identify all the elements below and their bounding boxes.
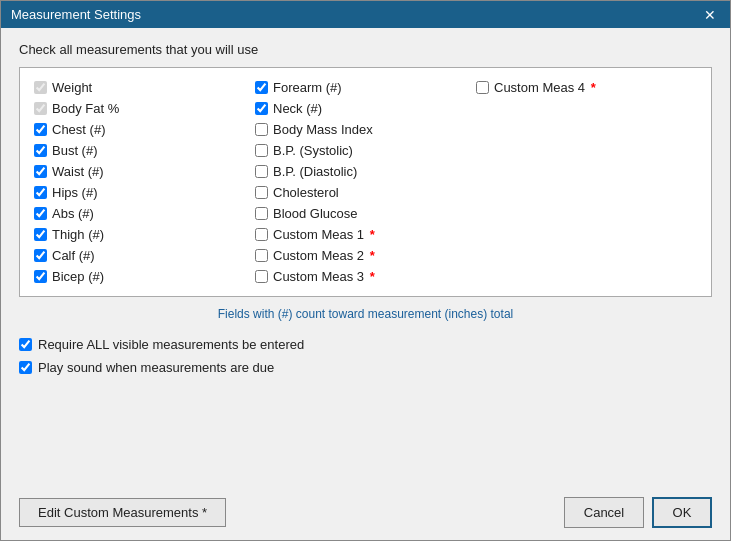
bodyfat-checkbox[interactable]: [34, 102, 47, 115]
list-item: Custom Meas 3 *: [255, 267, 466, 286]
calf-checkbox[interactable]: [34, 249, 47, 262]
footer-buttons: Edit Custom Measurements * Cancel OK: [19, 489, 712, 528]
custom4-star: *: [591, 80, 596, 95]
bodyfat-label: Body Fat %: [52, 101, 119, 116]
abs-checkbox[interactable]: [34, 207, 47, 220]
forearm-label: Forearm (#): [273, 80, 342, 95]
hips-checkbox[interactable]: [34, 186, 47, 199]
list-item: Thigh (#): [34, 225, 245, 244]
right-button-group: Cancel OK: [564, 497, 712, 528]
list-item: Neck (#): [255, 99, 466, 118]
cholesterol-checkbox[interactable]: [255, 186, 268, 199]
measurement-settings-window: Measurement Settings ✕ Check all measure…: [0, 0, 731, 541]
list-item: Blood Glucose: [255, 204, 466, 223]
list-item: Body Mass Index: [255, 120, 466, 139]
weight-checkbox[interactable]: [34, 81, 47, 94]
list-item: B.P. (Diastolic): [255, 162, 466, 181]
forearm-checkbox[interactable]: [255, 81, 268, 94]
custom3-checkbox[interactable]: [255, 270, 268, 283]
list-item: Waist (#): [34, 162, 245, 181]
list-item: Custom Meas 1 *: [255, 225, 466, 244]
bicep-label: Bicep (#): [52, 269, 104, 284]
list-item: Weight: [34, 78, 245, 97]
bust-checkbox[interactable]: [34, 144, 47, 157]
list-item: Bicep (#): [34, 267, 245, 286]
cancel-button[interactable]: Cancel: [564, 497, 644, 528]
list-item: Abs (#): [34, 204, 245, 223]
close-button[interactable]: ✕: [700, 8, 720, 22]
waist-label: Waist (#): [52, 164, 104, 179]
list-item: Cholesterol: [255, 183, 466, 202]
ok-button[interactable]: OK: [652, 497, 712, 528]
bicep-checkbox[interactable]: [34, 270, 47, 283]
list-item: Custom Meas 2 *: [255, 246, 466, 265]
custom2-checkbox[interactable]: [255, 249, 268, 262]
edit-custom-button[interactable]: Edit Custom Measurements *: [19, 498, 226, 527]
custom2-label: Custom Meas 2 *: [273, 248, 375, 263]
custom1-label: Custom Meas 1 *: [273, 227, 375, 242]
list-item: Forearm (#): [255, 78, 466, 97]
note-text: Fields with (#) count toward measurement…: [19, 307, 712, 321]
column-2: Forearm (#) Neck (#) Body Mass Index B.P…: [255, 78, 476, 286]
list-item: Calf (#): [34, 246, 245, 265]
title-bar: Measurement Settings ✕: [1, 1, 730, 28]
bmi-checkbox[interactable]: [255, 123, 268, 136]
list-item: Chest (#): [34, 120, 245, 139]
custom3-label: Custom Meas 3 *: [273, 269, 375, 284]
window-body: Check all measurements that you will use…: [1, 28, 730, 540]
list-item: Hips (#): [34, 183, 245, 202]
list-item: B.P. (Systolic): [255, 141, 466, 160]
play-sound-label: Play sound when measurements are due: [38, 360, 274, 375]
measurements-panel: Weight Body Fat % Chest (#) Bust (#): [19, 67, 712, 297]
custom1-checkbox[interactable]: [255, 228, 268, 241]
option-play-sound: Play sound when measurements are due: [19, 360, 712, 375]
custom3-star: *: [370, 269, 375, 284]
bp-systolic-checkbox[interactable]: [255, 144, 268, 157]
chest-checkbox[interactable]: [34, 123, 47, 136]
bp-diastolic-label: B.P. (Diastolic): [273, 164, 357, 179]
options-section: Require ALL visible measurements be ente…: [19, 337, 712, 383]
require-all-label: Require ALL visible measurements be ente…: [38, 337, 304, 352]
measurements-grid: Weight Body Fat % Chest (#) Bust (#): [34, 78, 697, 286]
list-item: Bust (#): [34, 141, 245, 160]
list-item: Custom Meas 4 *: [476, 78, 697, 97]
instruction-text: Check all measurements that you will use: [19, 42, 712, 57]
bp-systolic-label: B.P. (Systolic): [273, 143, 353, 158]
blood-glucose-checkbox[interactable]: [255, 207, 268, 220]
bust-label: Bust (#): [52, 143, 98, 158]
thigh-checkbox[interactable]: [34, 228, 47, 241]
chest-label: Chest (#): [52, 122, 105, 137]
window-title: Measurement Settings: [11, 7, 141, 22]
option-require-all: Require ALL visible measurements be ente…: [19, 337, 712, 352]
abs-label: Abs (#): [52, 206, 94, 221]
custom1-star: *: [370, 227, 375, 242]
custom2-star: *: [370, 248, 375, 263]
weight-label: Weight: [52, 80, 92, 95]
cholesterol-label: Cholesterol: [273, 185, 339, 200]
waist-checkbox[interactable]: [34, 165, 47, 178]
thigh-label: Thigh (#): [52, 227, 104, 242]
blood-glucose-label: Blood Glucose: [273, 206, 358, 221]
calf-label: Calf (#): [52, 248, 95, 263]
hips-label: Hips (#): [52, 185, 98, 200]
neck-label: Neck (#): [273, 101, 322, 116]
custom4-checkbox[interactable]: [476, 81, 489, 94]
custom4-label: Custom Meas 4 *: [494, 80, 596, 95]
list-item: Body Fat %: [34, 99, 245, 118]
column-3: Custom Meas 4 *: [476, 78, 697, 286]
bp-diastolic-checkbox[interactable]: [255, 165, 268, 178]
column-1: Weight Body Fat % Chest (#) Bust (#): [34, 78, 255, 286]
bmi-label: Body Mass Index: [273, 122, 373, 137]
require-all-checkbox[interactable]: [19, 338, 32, 351]
neck-checkbox[interactable]: [255, 102, 268, 115]
play-sound-checkbox[interactable]: [19, 361, 32, 374]
